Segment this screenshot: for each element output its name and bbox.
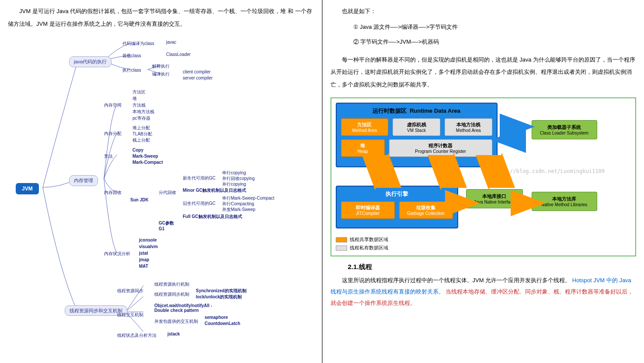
classloader-box: 类加载器子系统Class Loader Subsystem <box>532 120 597 139</box>
mm-leaf: 栈上分配 <box>132 137 150 143</box>
intro-paragraph: JVM 是可运行 Java 代码的假想计算机，包括一套字节码指令集、一组寄存器、… <box>8 5 314 30</box>
pc-register-cell: 程序计数器Program Counter Register <box>389 139 492 157</box>
mm-leaf: jstat <box>139 251 148 256</box>
mm-leaf: 本地方法栈 <box>132 109 154 115</box>
mm-leaf: 线程交互机制 <box>117 312 143 318</box>
mm-leaf: jmap <box>139 257 149 262</box>
mm-leaf: G1 <box>159 226 164 231</box>
mm-leaf: Minor GC触发机制以及日志格式 <box>183 187 246 194</box>
mm-leaf: 方法区 <box>132 89 146 95</box>
mm-leaf: 旧生代可用的GC <box>183 201 216 207</box>
mm-leaf: 内存回收 <box>104 190 122 196</box>
mm-leaf: 并发包提供的交互机制 <box>154 318 198 325</box>
mm-leaf: Sun JDK <box>130 197 149 202</box>
mm-leaf: jconsole <box>139 238 157 242</box>
mm-leaf: Objcet.wait/notify/notifyAll - Double ch… <box>154 303 224 313</box>
mm-leaf: 编译执行 <box>152 71 170 77</box>
right-page: 也就是如下： ① Java 源文件—->编译器—->字节码文件 ② 字节码文件—… <box>323 0 644 363</box>
mm-leaf: 新生代可用的GC <box>183 175 216 181</box>
mm-leaf: TLAB分配 <box>132 131 152 137</box>
execution-engine-box: 执行引擎 即时编译器JITCompiler 垃圾收集Garbage Collec… <box>336 186 458 228</box>
mm-leaf: CountdownLatch <box>205 321 240 326</box>
mm-leaf: 内存分配 <box>104 131 122 137</box>
legend-shared: 线程共享数据区域 <box>350 237 388 242</box>
mm-leaf: client compiler <box>183 69 211 74</box>
gc-cell: 垃圾收集Garbage Collection <box>399 201 453 219</box>
rt-title-cn: 运行时数据区 <box>372 107 407 114</box>
mm-leaf: 堆 <box>132 96 137 102</box>
p1: ① Java 源文件—->编译器—->字节码文件 <box>342 21 637 33</box>
mm-leaf: 并发Mark-Sweep <box>222 207 255 213</box>
mm-leaf: 线程资源同步 <box>117 288 143 294</box>
vm-stack-cell: 虚拟机栈VM Stack <box>393 118 440 136</box>
mm-leaf: Mark-Compact <box>132 160 163 165</box>
mm-leaf: 串行copying <box>222 170 246 176</box>
thread-paragraph: 这里所说的线程指程序执行过程中的一个线程实体。JVM 允许一个应用并发执行多个线… <box>331 275 637 309</box>
mm-leaf: 执行class <box>122 67 141 73</box>
runtime-data-area-box: 运行时数据区 Runtime Data Area 方法区Method Area … <box>336 103 498 167</box>
mm-n2: 内存管理 <box>69 175 98 186</box>
jit-cell: 即时编译器JITCompiler <box>341 201 395 219</box>
p0: 也就是如下： <box>331 5 637 18</box>
mm-leaf: 并行回收copying <box>222 176 254 182</box>
mm-root: JVM <box>16 183 39 194</box>
mm-leaf: 内存状况分析 <box>104 251 130 257</box>
jni-box: 本地库接口Java Native Interface <box>466 189 523 208</box>
mm-leaf: javac <box>166 40 176 45</box>
jvm-mindmap: JVM java代码的执行 代码编译为class javac 装载class C… <box>8 35 314 340</box>
mm-leaf: GC参数 <box>159 220 174 226</box>
mm-leaf: 线程资源执行机制 <box>154 281 189 287</box>
native-lib-box: 本地方法库Native Method Libraries <box>532 192 597 211</box>
mm-leaf: MAT <box>139 264 148 269</box>
mm-leaf: 线程状态及分析方法 <box>117 332 157 339</box>
mm-leaf: 装载class <box>122 53 141 59</box>
method-area-cell: 方法区Method Area <box>341 118 389 136</box>
exec-title: 执行引擎 <box>341 190 453 198</box>
mm-leaf: Full GC触发机制以及日志格式 <box>183 214 242 220</box>
mm-n1: java代码的执行 <box>69 56 111 67</box>
mm-leaf: 解释执行 <box>152 63 170 69</box>
mm-leaf: 分代回收 <box>159 190 176 196</box>
mm-leaf: Mark-Sweep <box>132 154 158 159</box>
mm-leaf: 串行Mark-Sweep-Compact <box>222 195 274 201</box>
left-page: JVM 是可运行 Java 代码的假想计算机，包括一套字节码指令集、一组寄存器、… <box>0 0 322 363</box>
mm-leaf: 并行Compacting <box>222 201 254 207</box>
native-method-stack-cell: 本地方法栈Method Area <box>445 118 492 136</box>
mm-leaf: 算法 <box>104 153 113 159</box>
mm-leaf: visualvm <box>139 244 158 249</box>
mm-leaf: Copy <box>132 148 143 152</box>
mm-leaf: 方法栈 <box>132 102 146 108</box>
mm-leaf: 堆上分配 <box>132 125 150 131</box>
mm-leaf: 代码编译为class <box>122 41 154 47</box>
p2: ② 字节码文件—->JVM—->机器码 <box>342 36 637 48</box>
legend-private: 线程私有数据区域 <box>350 245 388 250</box>
mm-leaf: lock/unlock的实现机制 <box>196 294 242 300</box>
mm-leaf: ClassLoader <box>166 52 191 57</box>
heap-cell: 堆Heap <box>341 139 385 157</box>
jvm-architecture-diagram: 运行时数据区 Runtime Data Area 方法区Method Area … <box>331 97 637 256</box>
mm-leaf: pc寄存器 <box>132 115 150 121</box>
watermark: http://blog.csdn.net/Luomingkui1109 <box>494 168 605 174</box>
mm-leaf: server compiler <box>183 76 212 80</box>
mm-leaf: jstack <box>167 332 180 336</box>
mm-leaf: 内存空间 <box>104 102 122 108</box>
mm-leaf: 线程资源同步机制 <box>154 291 189 297</box>
mm-leaf: semaphore <box>205 315 228 320</box>
two-page-layout: JVM 是可运行 Java 代码的假想计算机，包括一套字节码指令集、一组寄存器、… <box>0 0 644 363</box>
mm-leaf: Synchronized的实现机制 <box>196 288 247 294</box>
section-2-1-title: 2.1.线程 <box>348 263 637 271</box>
rt-title-en: Runtime Data Area <box>410 107 460 114</box>
mm-leaf: 并行copying <box>222 181 246 187</box>
legend: 线程共享数据区域 线程私有数据区域 <box>336 236 523 251</box>
p3: 每一种平台的解释器是不同的，但是实现的虚拟机是相同的，这也就是 Java 为什么… <box>331 54 637 91</box>
